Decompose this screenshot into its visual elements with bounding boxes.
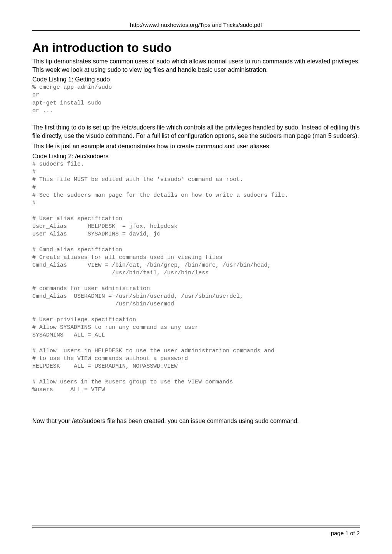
listing2-title: Code Listing 2: /etc/sudoers xyxy=(32,153,360,160)
paragraph-sudoers: The first thing to do is set up the /etc… xyxy=(32,123,360,140)
header-rule-thin xyxy=(32,32,360,32)
paragraph-outro: Now that your /etc/sudoers file has been… xyxy=(32,417,360,425)
footer-rule-thick xyxy=(32,526,360,526)
header-rule-thick xyxy=(32,30,360,31)
footer: page 1 of 2 xyxy=(32,526,360,536)
intro-paragraph: This tip demonstrates some common uses o… xyxy=(32,57,360,74)
page-number: page 1 of 2 xyxy=(32,530,360,536)
footer-rule-thin xyxy=(32,527,360,527)
page-title: An introduction to sudo xyxy=(32,41,360,55)
paragraph-example: This file is just an example and demonst… xyxy=(32,142,360,151)
header-url: http://www.linuxhowtos.org/Tips and Tric… xyxy=(32,22,360,28)
page-container: http://www.linuxhowtos.org/Tips and Tric… xyxy=(0,0,392,554)
listing1-code: % emerge app-admin/sudo or apt-get insta… xyxy=(32,84,360,115)
listing2-code: # sudoers file. # # This file MUST be ed… xyxy=(32,161,360,394)
listing1-title: Code Listing 1: Getting sudo xyxy=(32,76,360,83)
